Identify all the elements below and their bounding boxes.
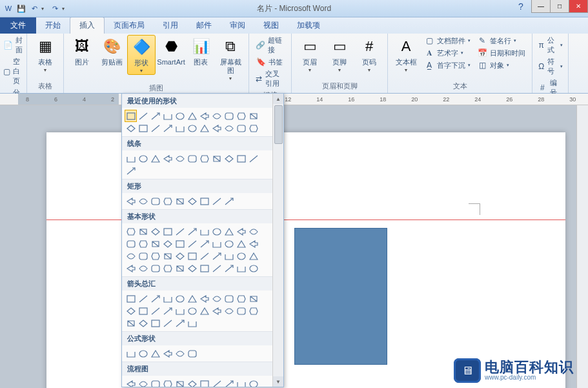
shape-item[interactable]: [174, 250, 186, 262]
shape-item[interactable]: [125, 250, 137, 262]
cover-page-button[interactable]: 📄封面: [1, 35, 26, 56]
shape-item[interactable]: [223, 292, 235, 305]
tab-review[interactable]: 审阅: [221, 17, 254, 34]
shape-item[interactable]: [235, 378, 247, 387]
crossref-button[interactable]: ⇄交叉引用: [253, 68, 287, 89]
header-button[interactable]: ▭页眉▼: [296, 35, 324, 74]
shape-item[interactable]: [198, 305, 210, 317]
shape-item[interactable]: [125, 347, 137, 360]
symbol-button[interactable]: Ω符号▾: [535, 56, 565, 77]
chart-button[interactable]: 📊图表: [187, 35, 215, 68]
shape-item[interactable]: [161, 305, 174, 317]
vertical-scrollbar[interactable]: [576, 105, 588, 388]
page-number-button[interactable]: #页码▼: [355, 35, 383, 74]
shape-item[interactable]: [149, 238, 161, 250]
shape-item[interactable]: [149, 305, 161, 317]
shape-item[interactable]: [198, 238, 210, 250]
shape-item[interactable]: [198, 225, 210, 238]
shape-item[interactable]: [125, 165, 137, 177]
shape-item[interactable]: [223, 238, 235, 250]
clipart-button[interactable]: 🎨剪贴画: [97, 35, 126, 68]
bookmark-button[interactable]: 🔖书签: [253, 56, 287, 68]
close-button[interactable]: ✕: [569, 0, 588, 13]
shape-item[interactable]: [137, 122, 149, 134]
table-button[interactable]: ▦ 表格 ▼: [31, 35, 59, 74]
shape-item[interactable]: [210, 292, 223, 305]
shape-item[interactable]: [223, 225, 235, 238]
shape-item[interactable]: [174, 110, 186, 122]
shape-item[interactable]: [186, 122, 198, 134]
shape-item[interactable]: [223, 122, 235, 134]
shape-item[interactable]: [186, 195, 198, 207]
shape-item[interactable]: [186, 152, 198, 165]
shape-item[interactable]: [174, 305, 186, 317]
shape-item[interactable]: [210, 378, 223, 387]
shape-item[interactable]: [235, 225, 247, 238]
shape-item[interactable]: [161, 292, 174, 305]
wordart-button[interactable]: 𝐀艺术字▾: [421, 47, 473, 59]
shape-item[interactable]: [210, 250, 223, 262]
shape-item[interactable]: [125, 262, 137, 274]
save-icon[interactable]: 💾: [15, 3, 27, 14]
shape-item[interactable]: [247, 225, 259, 238]
shape-item[interactable]: [198, 195, 210, 207]
picture-button[interactable]: 🖼图片: [68, 35, 96, 68]
rectangle-shape[interactable]: [294, 228, 387, 365]
shape-item[interactable]: [125, 378, 137, 387]
help-button[interactable]: ?: [514, 0, 528, 13]
shape-item[interactable]: [210, 195, 223, 207]
shape-item[interactable]: [137, 250, 149, 262]
undo-icon[interactable]: ↶: [28, 3, 40, 14]
shape-item[interactable]: [149, 122, 161, 134]
shape-item[interactable]: [198, 152, 210, 165]
shape-item[interactable]: [137, 305, 149, 317]
shape-item[interactable]: [210, 122, 223, 134]
shape-item[interactable]: [174, 152, 186, 165]
shape-item[interactable]: [125, 238, 137, 250]
shape-item[interactable]: [137, 238, 149, 250]
shape-item[interactable]: [161, 262, 174, 274]
shape-item[interactable]: [125, 195, 137, 207]
shape-item[interactable]: [137, 292, 149, 305]
shape-item[interactable]: [125, 317, 137, 329]
shape-item[interactable]: [137, 347, 149, 360]
shape-item[interactable]: [210, 110, 223, 122]
shape-item[interactable]: [174, 317, 186, 329]
shape-item[interactable]: [161, 238, 174, 250]
horizontal-ruler[interactable]: 8642246810121416182022242628303234363840: [0, 94, 588, 105]
shape-item[interactable]: [247, 122, 259, 134]
shape-item[interactable]: [161, 152, 174, 165]
tab-addins[interactable]: 加载项: [288, 17, 329, 34]
tab-view[interactable]: 视图: [254, 17, 288, 34]
maximize-button[interactable]: □: [550, 0, 569, 13]
shape-item[interactable]: [198, 262, 210, 274]
shape-item[interactable]: [186, 347, 198, 360]
shape-item[interactable]: [149, 292, 161, 305]
shape-item[interactable]: [210, 152, 223, 165]
undo-dropdown-icon[interactable]: ▾: [41, 6, 48, 12]
shape-item[interactable]: [161, 378, 174, 387]
shape-item[interactable]: [186, 305, 198, 317]
dropdown-scrollbar[interactable]: ▲ ▼: [272, 94, 283, 387]
scroll-thumb[interactable]: [274, 105, 283, 144]
shape-item[interactable]: [235, 292, 247, 305]
shape-item[interactable]: [174, 347, 186, 360]
shape-item[interactable]: [235, 250, 247, 262]
shape-item[interactable]: [247, 250, 259, 262]
shape-item[interactable]: [149, 152, 161, 165]
object-button[interactable]: ◫对象▾: [474, 59, 528, 71]
shape-item[interactable]: [149, 262, 161, 274]
shape-item[interactable]: [149, 317, 161, 329]
shape-item[interactable]: [223, 378, 235, 387]
shape-item[interactable]: [161, 110, 174, 122]
shape-item[interactable]: [137, 225, 149, 238]
footer-button[interactable]: ▭页脚▼: [325, 35, 354, 74]
datetime-button[interactable]: 📅日期和时间: [474, 47, 528, 59]
tab-references[interactable]: 引用: [154, 17, 187, 34]
shape-item[interactable]: [149, 250, 161, 262]
textbox-button[interactable]: A文本框▼: [392, 35, 420, 74]
shape-item[interactable]: [149, 110, 161, 122]
shape-item[interactable]: [149, 378, 161, 387]
shape-item[interactable]: [125, 152, 137, 165]
shape-item[interactable]: [125, 110, 137, 122]
